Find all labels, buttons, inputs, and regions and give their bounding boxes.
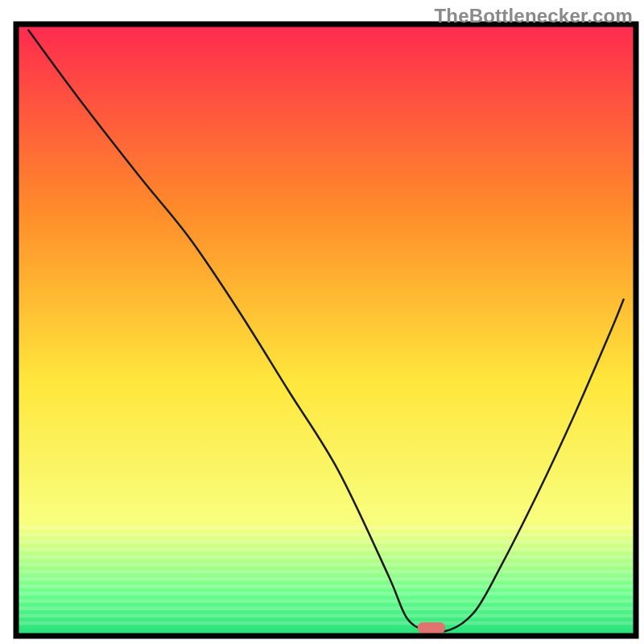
- svg-rect-3: [16, 548, 636, 552]
- svg-rect-6: [16, 570, 636, 574]
- svg-rect-5: [16, 563, 636, 567]
- svg-rect-13: [16, 621, 636, 625]
- optimum-marker: [418, 622, 445, 634]
- svg-rect-1: [16, 533, 636, 537]
- svg-rect-11: [16, 607, 636, 611]
- svg-rect-10: [16, 599, 636, 603]
- bottleneck-chart: [0, 0, 644, 644]
- svg-rect-2: [16, 540, 636, 544]
- svg-rect-0: [16, 526, 636, 530]
- svg-rect-12: [16, 614, 636, 618]
- watermark-text: TheBottlenecker.com: [434, 5, 633, 27]
- svg-rect-4: [16, 555, 636, 559]
- svg-rect-9: [16, 592, 636, 596]
- svg-rect-7: [16, 577, 636, 581]
- chart-svg: [0, 0, 644, 644]
- svg-rect-8: [16, 584, 636, 588]
